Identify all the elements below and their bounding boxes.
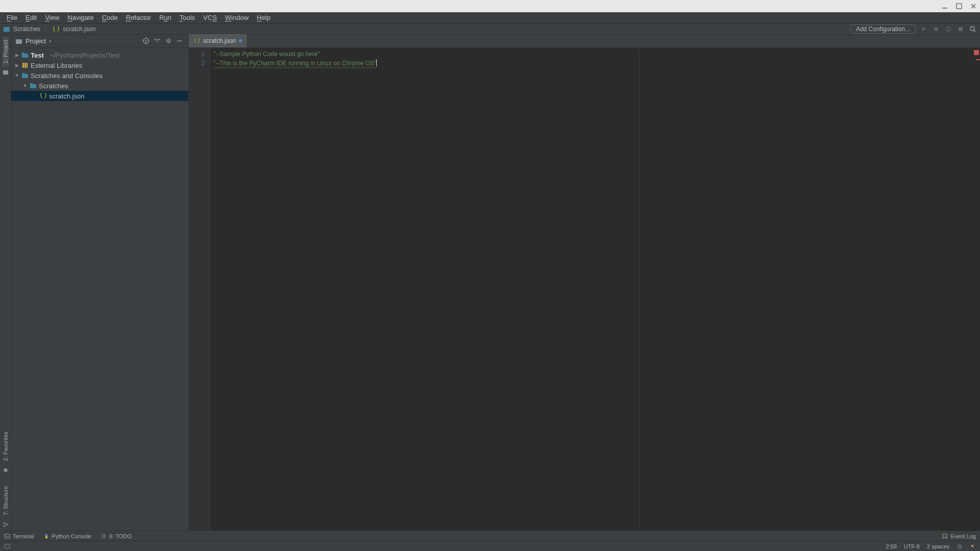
event-log-icon [942, 533, 948, 539]
todo-tab[interactable]: 6: TODO [101, 533, 132, 539]
debug-icon[interactable] [932, 25, 940, 33]
status-icon[interactable] [4, 543, 10, 549]
tree-scratches[interactable]: ▼ Scratches [11, 81, 188, 91]
line-number: 1 [189, 49, 205, 59]
tool-structure-tab[interactable]: 7: Structure [3, 483, 9, 518]
library-icon [21, 62, 29, 69]
svg-point-14 [167, 40, 169, 42]
tool-favorites-tab[interactable]: 2: Favorites [3, 429, 9, 464]
navigation-bar: Scratches 〉 scratch.json Add Configurati… [0, 23, 980, 35]
project-tree: ▶ Test ~/PycharmProjects/Test ▶ External… [11, 48, 188, 103]
cursor-position[interactable]: 2:58 [886, 543, 896, 549]
window-titlebar [0, 0, 980, 12]
chevron-right-icon[interactable]: ▶ [14, 53, 19, 58]
collapse-icon[interactable] [154, 37, 162, 45]
python-icon [43, 533, 50, 539]
breadcrumb-file[interactable]: scratch.json [63, 26, 95, 33]
indent-setting[interactable]: 2 spaces [927, 543, 949, 549]
rerun-icon[interactable] [944, 25, 952, 33]
menu-edit[interactable]: Edit [22, 13, 40, 22]
chevron-right-icon[interactable]: ▶ [14, 63, 19, 68]
svg-rect-22 [22, 73, 24, 75]
svg-rect-1 [957, 4, 962, 9]
project-panel: Project ▾ ▶ Test ~/PycharmProjects/Test … [11, 35, 189, 531]
scratches-folder-icon [30, 82, 37, 89]
chevron-down-icon[interactable]: ▼ [22, 83, 28, 88]
todo-icon [101, 533, 107, 539]
editor-tab-label: scratch.json [203, 37, 236, 44]
scratches-icon [3, 26, 10, 33]
stop-icon[interactable] [957, 25, 965, 33]
gear-icon[interactable] [165, 37, 173, 45]
svg-rect-19 [24, 63, 26, 68]
json-file-icon [194, 38, 200, 44]
editor-tab-active[interactable]: scratch.json [189, 34, 248, 47]
svg-rect-27 [958, 546, 961, 548]
svg-rect-15 [177, 40, 182, 41]
breadcrumb: Scratches 〉 scratch.json [3, 24, 95, 33]
code-line: "--This is the PyCharm IDE running in Li… [213, 60, 376, 67]
svg-rect-7 [3, 70, 8, 74]
project-panel-header: Project ▾ [11, 35, 188, 48]
python-console-tab[interactable]: Python Console [43, 533, 92, 539]
structure-icon [3, 521, 9, 528]
search-icon[interactable] [969, 25, 977, 33]
svg-point-6 [970, 27, 974, 31]
menu-code[interactable]: Code [99, 13, 121, 22]
dropdown-icon[interactable]: ▾ [49, 39, 52, 44]
error-mark[interactable] [976, 59, 980, 60]
menu-tools[interactable]: Tools [176, 13, 199, 22]
menu-view[interactable]: View [41, 13, 63, 22]
inspection-icon[interactable] [970, 543, 976, 549]
code-editor[interactable]: "--Sample Python Code would go here" "--… [210, 48, 980, 531]
svg-rect-3 [4, 27, 6, 29]
status-bar: 2:58 UTF-8 2 spaces [0, 541, 980, 551]
editor-area: scratch.json 1 2 "--Sample Python Code w… [189, 35, 980, 531]
close-icon[interactable] [970, 3, 977, 10]
editor-tabs: scratch.json [189, 35, 980, 48]
tree-external-libraries[interactable]: ▶ External Libraries [11, 60, 188, 70]
menu-run[interactable]: Run [156, 13, 175, 22]
menu-file[interactable]: File [3, 13, 21, 22]
tree-root[interactable]: ▶ Test ~/PycharmProjects/Test [11, 50, 188, 60]
code-line: "--Sample Python Code would go here" [213, 51, 320, 58]
json-file-icon [53, 26, 60, 33]
project-panel-title: Project [26, 37, 46, 45]
add-configuration-button[interactable]: Add Configuration... [850, 24, 916, 34]
readonly-icon[interactable] [957, 543, 963, 549]
svg-rect-24 [30, 83, 33, 85]
project-tab-icon [3, 69, 9, 76]
star-icon [3, 467, 9, 473]
text-cursor [376, 59, 377, 66]
json-file-icon [40, 92, 47, 99]
event-log-tab[interactable]: Event Log [942, 533, 976, 539]
file-encoding[interactable]: UTF-8 [904, 543, 920, 549]
svg-point-28 [971, 545, 973, 547]
folder-icon [21, 52, 29, 59]
tree-scratches-consoles[interactable]: ▼ Scratches and Consoles [11, 70, 188, 81]
menu-window[interactable]: Window [222, 13, 252, 22]
menu-help[interactable]: Help [253, 13, 274, 22]
menu-refactor[interactable]: Refactor [122, 13, 155, 22]
svg-rect-17 [22, 53, 24, 55]
menu-vcs[interactable]: VCS [200, 13, 220, 22]
error-indicator-icon[interactable] [974, 50, 979, 55]
maximize-icon[interactable] [955, 3, 963, 10]
terminal-icon [4, 533, 10, 539]
tree-scratch-file[interactable]: scratch.json [11, 91, 188, 101]
chevron-down-icon[interactable]: ▼ [14, 73, 19, 78]
locate-icon[interactable] [142, 37, 151, 45]
svg-rect-5 [959, 27, 963, 31]
menu-navigate[interactable]: Navigate [64, 13, 97, 22]
breadcrumb-root[interactable]: Scratches [13, 26, 40, 33]
line-number: 2 [189, 59, 205, 68]
hide-icon[interactable] [176, 37, 184, 45]
terminal-tab[interactable]: Terminal [4, 533, 34, 539]
menubar: File Edit View Navigate Code Refactor Ru… [0, 12, 980, 23]
left-tool-gutter: 1: Project 2: Favorites 7: Structure [0, 35, 11, 531]
run-icon[interactable] [920, 25, 928, 33]
minimize-icon[interactable] [941, 3, 948, 10]
modified-indicator-icon [239, 39, 242, 42]
tool-project-tab[interactable]: 1: Project [3, 37, 9, 66]
svg-rect-18 [22, 63, 24, 68]
